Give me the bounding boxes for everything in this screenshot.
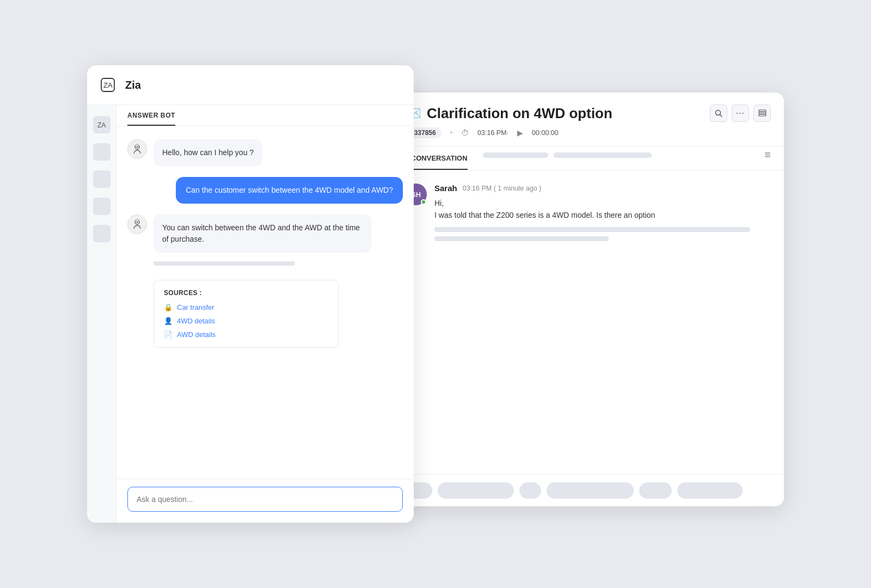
- source-item-awd-details[interactable]: 📄 AWD details: [164, 330, 328, 339]
- chat-main: ANSWER BOT He: [116, 105, 414, 523]
- conv-placeholder-1: [434, 227, 750, 232]
- zia-title: Zia: [125, 79, 141, 91]
- left-sidebar: ZA: [87, 105, 116, 523]
- bot-bubble-2: You can switch between the 4WD and the A…: [154, 215, 371, 253]
- play-icon: ▶: [517, 128, 523, 137]
- chat-input-area: [116, 479, 414, 523]
- tab-placeholder-2[interactable]: [554, 152, 652, 158]
- tab-placeholder-1[interactable]: [483, 152, 548, 158]
- conv-placeholder-2: [434, 236, 609, 241]
- answer-bot-tab-bar: ANSWER BOT: [116, 105, 414, 126]
- ticket-time: 03:16 PM·: [477, 129, 508, 137]
- svg-rect-8: [136, 219, 139, 220]
- bot-avatar-1: [127, 139, 147, 159]
- bottom-pill-4[interactable]: [547, 482, 634, 499]
- zia-panel: ZA Zia ZA ANS: [87, 65, 414, 523]
- ellipsis-icon: ···: [736, 108, 745, 118]
- tab-conversation[interactable]: 1 CONVERSATION: [405, 146, 468, 170]
- bottom-pill-2[interactable]: [438, 482, 514, 499]
- source-text-1: Car transfer: [177, 303, 214, 311]
- tab-conversation-label: CONVERSATION: [411, 154, 468, 162]
- lock-icon: 🔒: [164, 303, 173, 311]
- sender-row: Sarah 03:16 PM ( 1 minute ago ): [434, 183, 750, 193]
- ticket-panel: ✉️ Clarification on 4WD option ···: [392, 93, 784, 506]
- ticket-title-row: ✉️ Clarification on 4WD option ···: [405, 105, 771, 122]
- svg-rect-13: [759, 110, 766, 112]
- svg-text:ZA: ZA: [97, 121, 106, 129]
- ticket-meta: #337856 • ⏱ 03:16 PM· ▶ 00:00:00: [405, 127, 771, 138]
- bottom-pill-5[interactable]: [639, 482, 672, 499]
- conv-message-sarah: SH Sarah 03:16 PM ( 1 minute ago ) Hi, I…: [405, 183, 771, 241]
- ask-question-input[interactable]: [127, 487, 403, 512]
- conv-line-2: I was told that the Z200 series is a 4WD…: [434, 211, 655, 219]
- source-text-3: AWD details: [177, 330, 216, 339]
- conv-body-sarah: Sarah 03:16 PM ( 1 minute ago ) Hi, I wa…: [434, 183, 750, 241]
- sender-name: Sarah: [434, 183, 457, 193]
- conv-line-1: Hi,: [434, 199, 444, 207]
- source-item-4wd-details[interactable]: 👤 4WD details: [164, 317, 328, 325]
- bot-avatar-2: [127, 215, 147, 234]
- sidebar-btn-3[interactable]: [93, 198, 111, 215]
- svg-rect-5: [136, 144, 139, 145]
- search-ticket-button[interactable]: [710, 105, 727, 122]
- loading-bar-1: [154, 261, 295, 266]
- svg-text:ZA: ZA: [103, 81, 113, 89]
- bot-message-1: Hello, how can I help you ?: [127, 139, 403, 166]
- sources-label: SOURCES :: [164, 289, 328, 297]
- bottom-pill-3[interactable]: [519, 482, 541, 499]
- sidebar-btn-1[interactable]: [93, 143, 111, 161]
- svg-line-10: [720, 115, 722, 117]
- zia-logo-icon: ZA: [98, 75, 118, 95]
- sidebar-btn-4[interactable]: [93, 225, 111, 242]
- ticket-duration: 00:00:00: [532, 129, 559, 137]
- ticket-tabs: 1 CONVERSATION ≡: [392, 146, 784, 170]
- user-message-1: Can the customer switch between the 4WD …: [127, 177, 403, 204]
- ticket-title: Clarification on 4WD option: [427, 105, 704, 122]
- sources-box: SOURCES : 🔒 Car transfer 👤 4WD details: [154, 280, 339, 348]
- layers-button[interactable]: [753, 105, 771, 122]
- svg-rect-11: [759, 112, 766, 114]
- user-icon: 👤: [164, 317, 173, 325]
- ticket-header: ✉️ Clarification on 4WD option ···: [392, 93, 784, 146]
- ticket-actions: ···: [710, 105, 771, 122]
- source-text-2: 4WD details: [177, 317, 215, 325]
- online-indicator: [421, 199, 426, 205]
- zia-header: ZA Zia: [87, 65, 414, 105]
- clock-icon: ⏱: [461, 128, 469, 137]
- bottom-pill-6[interactable]: [677, 482, 743, 499]
- svg-rect-12: [759, 114, 766, 116]
- meta-separator-1: •: [450, 129, 452, 137]
- user-bubble-1: Can the customer switch between the 4WD …: [176, 177, 403, 204]
- svg-point-4: [137, 146, 138, 148]
- message-timestamp: 03:16 PM ( 1 minute ago ): [463, 185, 542, 192]
- tab-menu-icon[interactable]: ≡: [764, 149, 771, 168]
- bot-message-2: You can switch between the 4WD and the A…: [127, 215, 403, 348]
- source-item-car-transfer[interactable]: 🔒 Car transfer: [164, 303, 328, 311]
- conversation-area: SH Sarah 03:16 PM ( 1 minute ago ) Hi, I…: [392, 170, 784, 474]
- chat-area: Hello, how can I help you ? Can the cust…: [116, 126, 414, 479]
- tab-answer-bot[interactable]: ANSWER BOT: [127, 105, 175, 126]
- ticket-bottom-bar: [392, 474, 784, 506]
- conv-text: Hi, I was told that the Z200 series is a…: [434, 197, 750, 222]
- more-options-button[interactable]: ···: [732, 105, 749, 122]
- doc-icon: 📄: [164, 330, 173, 339]
- bot-bubble-1: Hello, how can I help you ?: [154, 139, 262, 166]
- sidebar-btn-2[interactable]: [93, 170, 111, 188]
- svg-point-7: [137, 222, 138, 223]
- sidebar-zia-icon[interactable]: ZA: [93, 116, 111, 133]
